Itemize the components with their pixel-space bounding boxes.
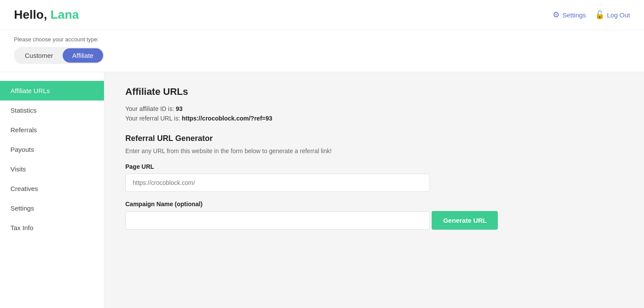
greeting-prefix: Hello, (14, 8, 50, 21)
generate-url-button[interactable]: Generate URL (432, 211, 498, 230)
sidebar-item-payouts[interactable]: Payouts (0, 140, 104, 159)
page-url-label: Page URL (125, 163, 623, 170)
content-title: Affiliate URLs (125, 86, 623, 97)
greeting: Hello, Lana (14, 8, 79, 22)
settings-link-label: Settings (562, 11, 586, 19)
sidebar: Affiliate URLs Statistics Referrals Payo… (0, 72, 104, 308)
logout-icon: 🔓 (595, 10, 604, 20)
logout-link-label: Log Out (607, 11, 630, 19)
referral-url-link[interactable]: https://crocoblock.com/?ref=93 (182, 115, 272, 122)
referral-url-line: Your referral URL is: https://crocoblock… (125, 115, 623, 122)
top-bar: Hello, Lana ⚙ Settings 🔓 Log Out (0, 0, 644, 30)
affiliate-id-line: Your affiliate ID is: 93 (125, 105, 623, 112)
account-toggle: Customer Affiliate (14, 47, 104, 64)
sidebar-item-settings[interactable]: Settings (0, 198, 104, 218)
account-type-row: Please choose your account type: Custome… (0, 30, 644, 72)
sidebar-item-affiliate-urls[interactable]: Affiliate URLs (0, 81, 104, 100)
campaign-name-input[interactable] (125, 211, 430, 230)
affiliate-id-label: Your affiliate ID is: (125, 105, 176, 112)
generator-title: Referral URL Generator (125, 134, 623, 143)
logout-link[interactable]: 🔓 Log Out (595, 10, 630, 20)
greeting-name: Lana (50, 8, 79, 21)
referral-url-label: Your referral URL is: (125, 115, 182, 122)
campaign-label: Campaign Name (optional) (125, 201, 623, 208)
main-layout: Affiliate URLs Statistics Referrals Payo… (0, 72, 644, 308)
gear-icon: ⚙ (553, 10, 560, 20)
sidebar-item-referrals[interactable]: Referrals (0, 120, 104, 140)
settings-link[interactable]: ⚙ Settings (553, 10, 586, 20)
customer-toggle-btn[interactable]: Customer (15, 48, 63, 63)
affiliate-id-value: 93 (176, 105, 183, 112)
sidebar-item-creatives[interactable]: Creatives (0, 179, 104, 198)
sidebar-item-statistics[interactable]: Statistics (0, 100, 104, 120)
generator-desc: Enter any URL from this website in the f… (125, 147, 623, 154)
account-type-label: Please choose your account type: (14, 36, 630, 43)
content-area: Affiliate URLs Your affiliate ID is: 93 … (104, 72, 644, 308)
top-actions: ⚙ Settings 🔓 Log Out (553, 10, 630, 20)
affiliate-toggle-btn[interactable]: Affiliate (63, 48, 103, 63)
sidebar-item-tax-info[interactable]: Tax Info (0, 218, 104, 238)
sidebar-item-visits[interactable]: Visits (0, 159, 104, 179)
page-url-input[interactable] (125, 174, 430, 192)
